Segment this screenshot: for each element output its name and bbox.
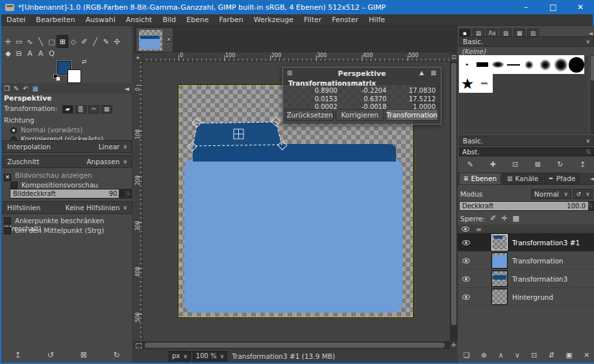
image-tab[interactable]: ✕ bbox=[136, 27, 173, 53]
radio-normal-dot[interactable] bbox=[10, 127, 17, 134]
layer-row-transformation[interactable]: Transformation bbox=[458, 252, 594, 270]
transform-layer-icon[interactable]: ▰ bbox=[62, 105, 73, 114]
spinner-icon[interactable]: ⇅ bbox=[588, 202, 593, 209]
ruler-corner-button[interactable]: ▸ bbox=[134, 53, 143, 62]
readjust-button[interactable]: Korrigieren bbox=[336, 109, 384, 121]
smudge-tool-icon[interactable]: ⊟ bbox=[14, 47, 24, 59]
brush-scrollbar[interactable] bbox=[590, 55, 594, 134]
images-tab-icon[interactable]: ▦ bbox=[32, 85, 38, 92]
lower-layer-icon[interactable]: ∨ bbox=[515, 351, 520, 359]
zoom-tool-icon[interactable]: Q bbox=[47, 47, 57, 59]
brush-set-dropdown-2[interactable]: Basic. ∨ bbox=[459, 136, 594, 146]
spinner-icon[interactable]: ⇅ bbox=[586, 149, 591, 155]
layer-opacity-slider[interactable]: Deckkraft 100.0 ⇅ bbox=[459, 201, 594, 211]
save-tool-preset-icon[interactable]: ↥ bbox=[14, 350, 21, 359]
checkbox-unchecked-icon[interactable] bbox=[10, 182, 18, 189]
close-button[interactable]: ✕ bbox=[567, 0, 594, 14]
new-layer-group-icon[interactable]: ⊕ bbox=[481, 351, 487, 359]
dialog-detach-icon[interactable]: ▲ bbox=[419, 69, 424, 76]
show-preview-checkbox[interactable]: ✕Bildvorschau anzeigen bbox=[4, 171, 92, 181]
around-center-checkbox[interactable]: Um den Mittelpunkt (Strg) bbox=[4, 226, 104, 234]
vertical-scrollbar-thumb[interactable] bbox=[451, 63, 456, 325]
preview-opacity-slider[interactable]: Bilddeckkraft 90.0 ⇅ bbox=[10, 189, 132, 199]
layer-name[interactable]: Transformation bbox=[512, 257, 563, 265]
handle-transform-tool-icon[interactable]: ◇ bbox=[68, 36, 79, 47]
composited-preview-checkbox[interactable]: Kompositionsvorschau bbox=[10, 181, 98, 189]
dock-collapse-icon[interactable]: ◄ bbox=[124, 85, 129, 92]
layer-thumbnail[interactable] bbox=[491, 234, 508, 250]
visibility-eye-icon[interactable] bbox=[462, 240, 470, 245]
menu-farben[interactable]: Farben bbox=[214, 14, 249, 25]
anchor-layer-icon[interactable]: ▣ bbox=[565, 351, 572, 359]
quick-mask-toggle[interactable] bbox=[134, 341, 143, 349]
pencil-tool-icon[interactable]: ╱ bbox=[90, 36, 101, 47]
dock-collapse-icon[interactable]: ◄ bbox=[589, 30, 593, 36]
rectangle-select-tool-icon[interactable]: ▭ bbox=[14, 36, 24, 47]
menu-auswahl[interactable]: Auswahl bbox=[80, 14, 121, 25]
reset-button[interactable]: Zurücksetzen bbox=[286, 109, 334, 121]
checkbox-checked-icon[interactable]: ✕ bbox=[4, 174, 11, 181]
reset-tool-options-icon[interactable]: ↻ bbox=[114, 350, 120, 359]
radio-normal[interactable]: Normal (vorwärts) bbox=[10, 126, 82, 134]
menu-bild[interactable]: Bild bbox=[157, 14, 181, 25]
brush-star[interactable]: ★ bbox=[459, 74, 476, 93]
vertical-ruler[interactable]: 0 100 200 300 400 500 bbox=[134, 62, 143, 342]
layer-row-hintergrund[interactable]: Hintergrund bbox=[458, 288, 594, 306]
delete-layer-icon[interactable]: ✕ bbox=[584, 351, 589, 359]
menu-ebene[interactable]: Ebene bbox=[181, 14, 214, 25]
text-tool-icon[interactable]: A bbox=[25, 47, 35, 59]
lock-alpha-icon[interactable]: ▩ bbox=[512, 214, 519, 223]
horizontal-scrollbar[interactable] bbox=[143, 341, 450, 349]
interpolation-dropdown[interactable]: Interpolation Linear ∨ bbox=[3, 140, 132, 153]
background-color-swatch[interactable] bbox=[68, 69, 81, 83]
horizontal-ruler[interactable]: 0 100 200 300 400 500 bbox=[143, 53, 450, 62]
paintbrush-tool-icon[interactable]: ✐ bbox=[79, 36, 90, 47]
device-status-tab-icon[interactable]: ✎ bbox=[14, 85, 19, 92]
close-image-icon[interactable]: ✕ bbox=[165, 36, 173, 43]
checkbox-unchecked-icon[interactable] bbox=[4, 217, 11, 224]
measure-tool-icon[interactable]: ╲ bbox=[36, 36, 46, 47]
visibility-eye-icon[interactable] bbox=[462, 295, 470, 300]
zoom-select[interactable]: 100 % ∨ bbox=[193, 351, 227, 361]
brush-block[interactable] bbox=[475, 55, 490, 74]
menu-ansicht[interactable]: Ansicht bbox=[121, 14, 158, 25]
vertical-scrollbar[interactable] bbox=[450, 62, 458, 342]
transform-path-icon[interactable]: ✑ bbox=[88, 105, 99, 114]
minimize-button[interactable]: – bbox=[512, 0, 539, 14]
layer-thumbnail[interactable] bbox=[491, 289, 508, 305]
visibility-eye-icon[interactable] bbox=[462, 276, 470, 282]
brush-hard-circle[interactable] bbox=[569, 55, 584, 74]
brush-spacing-slider[interactable]: Abst. ⇅ bbox=[459, 147, 594, 156]
move-tool-icon[interactable]: ✛ bbox=[3, 36, 13, 47]
text-small-tool-icon[interactable]: A bbox=[36, 47, 46, 59]
menu-filter[interactable]: Filter bbox=[299, 14, 327, 25]
delete-brush-icon[interactable]: ⊠ bbox=[535, 160, 541, 169]
reset-colors-icon[interactable] bbox=[53, 74, 58, 79]
duplicate-brush-icon[interactable]: ⊡ bbox=[512, 160, 518, 169]
perspective-transform-tool-icon[interactable]: ⊞ bbox=[57, 36, 68, 47]
edit-brush-icon[interactable]: ✎ bbox=[467, 160, 473, 169]
open-brush-icon[interactable]: ↥ bbox=[580, 160, 586, 169]
raise-layer-icon[interactable]: ∧ bbox=[498, 351, 503, 359]
transform-selection-icon[interactable]: ▒ bbox=[75, 105, 86, 114]
horizontal-scrollbar-thumb[interactable] bbox=[145, 343, 445, 348]
brush-thin-line[interactable] bbox=[506, 55, 521, 74]
guides-dropdown[interactable]: Hilfslinien Keine Hilfslinien ∨ bbox=[3, 201, 132, 214]
unit-select[interactable]: px ∨ bbox=[169, 351, 191, 361]
refresh-brushes-icon[interactable]: ↻ bbox=[557, 160, 563, 169]
layer-name[interactable]: Hintergrund bbox=[512, 293, 553, 301]
transform-image-icon[interactable]: ▦ bbox=[101, 105, 112, 114]
checkbox-unchecked-icon[interactable] bbox=[4, 227, 11, 234]
layer-name[interactable]: Transformation3 bbox=[512, 275, 567, 283]
tab-kanaele[interactable]: ▥ Kanäle bbox=[502, 173, 543, 184]
zoom-follow-window-button[interactable]: ⊡ bbox=[450, 53, 458, 62]
menu-hilfe[interactable]: Hilfe bbox=[364, 14, 390, 25]
duplicate-layer-icon[interactable]: ⊡ bbox=[531, 351, 537, 359]
brush-soft-ellipse[interactable] bbox=[490, 55, 506, 74]
transform-button[interactable]: Transformation bbox=[386, 109, 438, 121]
brush-soft-circle-small[interactable] bbox=[521, 55, 537, 74]
navigation-button[interactable]: ✛ bbox=[450, 341, 458, 349]
brush-soft-circle-large[interactable] bbox=[553, 55, 569, 74]
undo-history-tab-icon[interactable]: ↶ bbox=[23, 85, 28, 92]
swap-colors-icon[interactable]: ⇄ bbox=[82, 58, 87, 65]
